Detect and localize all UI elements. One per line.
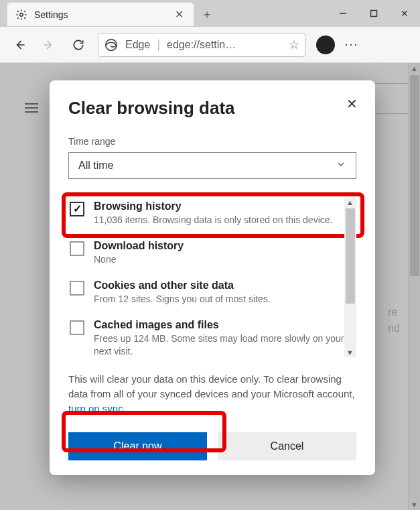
- checkbox-download-history[interactable]: [70, 241, 84, 256]
- window-maximize-button[interactable]: [358, 0, 389, 27]
- back-button[interactable]: [7, 32, 32, 58]
- checkbox-cookies[interactable]: [70, 281, 84, 296]
- toolbar: Edge | edge://settin… ☆ ···: [0, 27, 420, 63]
- profile-avatar[interactable]: [316, 36, 335, 54]
- time-range-value: All time: [78, 160, 113, 172]
- option-subtitle: Frees up 124 MB. Some sites may load mor…: [94, 332, 348, 358]
- menu-button[interactable]: ···: [339, 38, 364, 52]
- address-bar[interactable]: Edge | edge://settin… ☆: [98, 33, 305, 57]
- svg-point-0: [20, 13, 23, 16]
- option-subtitle: 11,036 items. Browsing data is only stor…: [94, 214, 332, 227]
- window-close-button[interactable]: ✕: [389, 0, 420, 27]
- edge-logo-icon: [104, 38, 119, 52]
- favorite-icon[interactable]: ☆: [289, 38, 299, 52]
- window-minimize-button[interactable]: [328, 0, 358, 27]
- svg-rect-2: [371, 11, 377, 17]
- time-range-select[interactable]: All time: [68, 152, 356, 179]
- dialog-buttons: Clear now Cancel: [68, 432, 356, 460]
- note-text-prefix: This will clear your data on this device…: [68, 373, 355, 399]
- clear-now-button[interactable]: Clear now: [68, 432, 207, 460]
- window-controls: ✕: [328, 0, 420, 27]
- option-title: Download history: [94, 240, 184, 252]
- url-text: edge://settin…: [167, 39, 282, 51]
- close-tab-icon[interactable]: ✕: [171, 8, 187, 21]
- button-label: Cancel: [271, 440, 304, 452]
- forward-button[interactable]: [36, 32, 62, 58]
- data-type-list: Browsing history 11,036 items. Browsing …: [68, 194, 356, 364]
- option-browsing-history[interactable]: Browsing history 11,036 items. Browsing …: [68, 194, 350, 233]
- option-title: Cached images and files: [94, 319, 348, 331]
- dialog-title: Clear browsing data: [68, 98, 356, 119]
- options-scrollbar[interactable]: [344, 198, 356, 357]
- time-range-label: Time range: [68, 136, 356, 147]
- option-title: Cookies and other site data: [94, 279, 271, 292]
- option-cookies[interactable]: Cookies and other site data From 12 site…: [68, 273, 350, 312]
- gear-icon: [15, 9, 27, 21]
- note-text-suffix: .: [123, 403, 126, 414]
- divider: |: [157, 38, 160, 52]
- cancel-button[interactable]: Cancel: [218, 432, 356, 460]
- sync-note: This will clear your data on this device…: [68, 372, 356, 416]
- option-download-history[interactable]: Download history None: [68, 233, 350, 273]
- clear-browsing-data-dialog: ✕ Clear browsing data Time range All tim…: [50, 80, 375, 475]
- chevron-down-icon: [336, 159, 346, 172]
- new-tab-button[interactable]: ＋: [194, 1, 220, 27]
- dialog-close-button[interactable]: ✕: [340, 92, 363, 115]
- checkbox-cache[interactable]: [70, 320, 84, 335]
- title-bar: Settings ✕ ＋ ✕: [0, 0, 420, 27]
- refresh-button[interactable]: [66, 32, 91, 58]
- option-cache[interactable]: Cached images and files Frees up 124 MB.…: [68, 312, 350, 365]
- option-subtitle: None: [94, 253, 184, 266]
- checkbox-browsing-history[interactable]: [70, 202, 84, 216]
- tab-title: Settings: [34, 9, 164, 20]
- svg-point-3: [106, 39, 117, 50]
- browser-name-label: Edge: [125, 39, 150, 51]
- button-label: Clear now: [113, 440, 161, 452]
- option-title: Browsing history: [94, 200, 332, 212]
- browser-tab-settings[interactable]: Settings ✕: [7, 2, 194, 26]
- option-subtitle: From 12 sites. Signs you out of most sit…: [94, 293, 271, 306]
- turn-on-sync-link[interactable]: turn on sync: [68, 403, 123, 414]
